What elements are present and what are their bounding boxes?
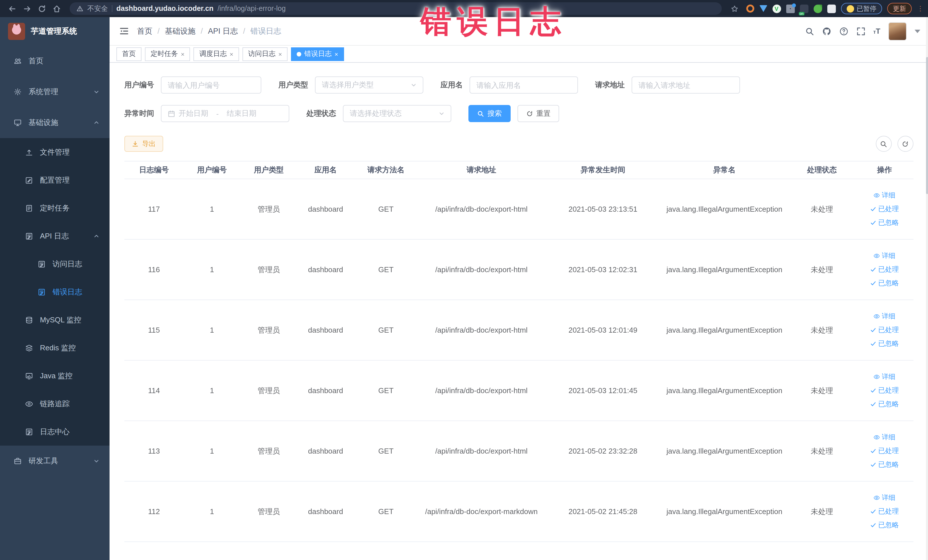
ext-puzzle-white-icon[interactable] [827, 4, 836, 13]
app-title: 芋道管理系统 [31, 26, 77, 37]
sidebar-item-java[interactable]: Java 监控 [0, 362, 110, 390]
cell-url: /api/infra/db-doc/export-html [418, 240, 545, 300]
cell-user_id: 1 [183, 481, 240, 542]
ignored-action-link[interactable]: 已忽略 [870, 339, 899, 349]
browser-forward-icon[interactable] [21, 2, 33, 15]
ignored-action-link[interactable]: 已忽略 [870, 460, 899, 470]
font-size-icon[interactable]: тT [873, 27, 881, 35]
refresh-table-button[interactable] [897, 136, 913, 152]
close-icon[interactable]: × [334, 50, 338, 57]
sidebar-item-trace[interactable]: 链路追踪 [0, 390, 110, 418]
close-icon[interactable]: × [181, 50, 185, 57]
sidebar-item-system[interactable]: 系统管理 [0, 76, 110, 107]
tab-label: 调度日志 [199, 49, 227, 59]
detail-action-link[interactable]: 详细 [874, 191, 896, 200]
export-button[interactable]: 导出 [124, 136, 163, 152]
breadcrumb-api-log[interactable]: API 日志 [208, 26, 238, 36]
search-icon[interactable] [805, 26, 814, 36]
download-icon [132, 140, 139, 147]
sidebar-toggle-icon[interactable] [115, 23, 132, 40]
detail-action-link[interactable]: 详细 [874, 311, 896, 321]
ignored-action-link[interactable]: 已忽略 [870, 520, 899, 530]
sidebar-item-redis[interactable]: Redis 监控 [0, 334, 110, 362]
filter-exception-time: 异常时间 开始日期 - 结束日期 [124, 105, 289, 122]
search-button[interactable]: 搜索 [469, 105, 510, 122]
sidebar-item-log-center[interactable]: 日志中心 [0, 418, 110, 446]
user-avatar[interactable] [888, 22, 907, 40]
processed-action-link[interactable]: 已处理 [870, 325, 899, 335]
sidebar: 芋道管理系统 首页系统管理基础设施文件管理配置管理定时任务API 日志访问日志错… [0, 17, 110, 560]
ext-circle-green-icon[interactable]: V [772, 4, 781, 13]
processed-action-link[interactable]: 已处理 [870, 386, 899, 395]
processed-action-link[interactable]: 已处理 [870, 265, 899, 275]
fullscreen-icon[interactable] [856, 26, 865, 36]
sidebar-item-home[interactable]: 首页 [0, 46, 110, 76]
process-status-select[interactable]: 请选择处理状态 [343, 105, 451, 122]
scrollbar-thumb[interactable] [926, 57, 928, 194]
processed-action-link[interactable]: 已处理 [870, 507, 899, 516]
cell-log_id: 114 [124, 360, 183, 421]
user-type-select[interactable]: 请选择用户类型 [315, 76, 423, 93]
check-icon [870, 448, 877, 454]
update-button[interactable]: 更新 [887, 3, 912, 14]
browser-menu-icon[interactable]: ⋮ [917, 7, 923, 10]
cell-log_id: 113 [124, 421, 183, 481]
request-url-input[interactable] [632, 76, 740, 93]
cell-status: 未处理 [788, 481, 856, 542]
close-icon[interactable]: × [230, 50, 234, 57]
sidebar-item-file[interactable]: 文件管理 [0, 138, 110, 166]
tab-schedule-log[interactable]: 调度日志× [194, 47, 239, 61]
window-scrollbar[interactable] [926, 17, 928, 560]
sidebar-item-error-log[interactable]: 错误日志 [0, 278, 110, 306]
tab-home[interactable]: 首页 [116, 47, 142, 61]
sidebar-item-mysql[interactable]: MySQL 监控 [0, 306, 110, 334]
browser-reload-icon[interactable] [35, 2, 48, 15]
app-name-input[interactable] [470, 76, 578, 93]
date-range-picker[interactable]: 开始日期 - 结束日期 [161, 105, 289, 122]
bookmark-star-icon[interactable] [728, 2, 741, 15]
sidebar-item-label: 文件管理 [40, 147, 70, 157]
tab-access-log[interactable]: 访问日志× [243, 47, 288, 61]
ignored-action-link[interactable]: 已忽略 [870, 278, 899, 288]
ext-badge-on-icon[interactable] [800, 4, 808, 13]
reset-button[interactable]: 重置 [517, 105, 559, 122]
sidebar-item-config[interactable]: 配置管理 [0, 166, 110, 194]
tab-error-log[interactable]: 错误日志× [291, 47, 344, 61]
ext-drop-blue-icon[interactable] [759, 5, 767, 12]
close-icon[interactable]: × [278, 50, 282, 57]
sidebar-item-access-log[interactable]: 访问日志 [0, 250, 110, 278]
user-id-input[interactable] [161, 76, 261, 93]
sidebar-item-dev-tools[interactable]: 研发工具 [0, 446, 110, 476]
ext-grid-blue-icon[interactable] [786, 4, 795, 13]
ignored-action-link[interactable]: 已忽略 [870, 218, 899, 227]
detail-action-link[interactable]: 详细 [874, 372, 896, 382]
toggle-search-button[interactable] [876, 136, 892, 152]
processed-action-link[interactable]: 已处理 [870, 446, 899, 456]
ext-leaf-green-icon[interactable] [814, 4, 822, 13]
detail-action-link[interactable]: 详细 [874, 432, 896, 442]
filter-row-2: 异常时间 开始日期 - 结束日期 处理状态 请选 [124, 105, 913, 122]
ext-ring-orange-icon[interactable] [746, 5, 754, 12]
cell-user_id: 1 [183, 240, 240, 300]
paused-pill-button[interactable]: 已暂停 [841, 3, 882, 14]
tab-job[interactable]: 定时任务× [145, 47, 190, 61]
ignored-action-link[interactable]: 已忽略 [870, 400, 899, 409]
detail-action-link[interactable]: 详细 [874, 493, 896, 503]
browser-home-icon[interactable] [50, 2, 63, 15]
cell-time: 2021-05-02 23:32:28 [545, 421, 661, 481]
browser-back-icon[interactable] [6, 2, 18, 15]
cell-user_id: 1 [183, 360, 240, 421]
chevron-up-icon [93, 120, 99, 125]
sidebar-item-api-log[interactable]: API 日志 [0, 222, 110, 250]
breadcrumb-infra[interactable]: 基础设施 [165, 26, 196, 36]
github-icon[interactable] [822, 26, 831, 36]
sidebar-item-job[interactable]: 定时任务 [0, 194, 110, 222]
address-bar[interactable]: 不安全 dashboard.yudao.iocoder.cn/infra/log… [70, 2, 722, 15]
sidebar-logo-row[interactable]: 芋道管理系统 [0, 17, 110, 46]
sidebar-item-infra[interactable]: 基础设施 [0, 107, 110, 138]
breadcrumb-home[interactable]: 首页 [137, 26, 152, 36]
processed-action-link[interactable]: 已处理 [870, 204, 899, 214]
avatar-caret-icon[interactable] [914, 29, 920, 33]
detail-action-link[interactable]: 详细 [874, 251, 896, 261]
help-icon[interactable] [839, 26, 848, 36]
